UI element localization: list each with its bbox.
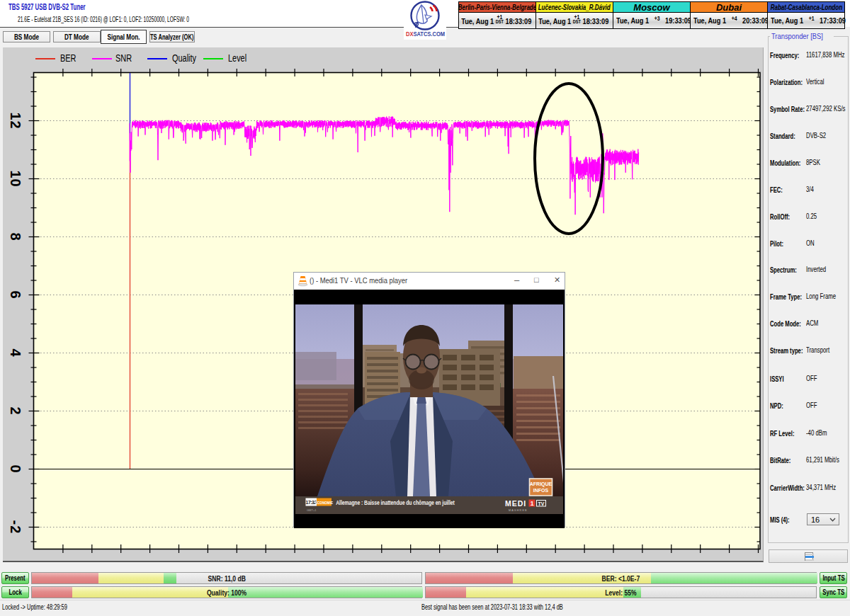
svg-text:Allemagne : Baisse inattendue: Allemagne : Baisse inattendue du chômage…	[336, 499, 455, 506]
svg-text:-2: -2	[8, 520, 23, 535]
svg-text:MEDI: MEDI	[505, 499, 526, 508]
svg-text:4: 4	[8, 348, 23, 357]
svg-text:10: 10	[8, 170, 23, 187]
svg-text:ÉCONOMIE: ÉCONOMIE	[315, 500, 333, 505]
svg-text:6: 6	[8, 290, 23, 299]
svg-text:8: 8	[8, 232, 23, 241]
svg-text:INFOS: INFOS	[533, 488, 549, 493]
svg-text:12: 12	[8, 112, 23, 129]
svg-text:MAGHREB: MAGHREB	[509, 509, 528, 512]
svg-text:GMT+1: GMT+1	[307, 508, 317, 512]
svg-text:2: 2	[8, 406, 23, 415]
svg-text:0: 0	[8, 464, 23, 473]
svg-text:AFRIQUE: AFRIQUE	[530, 481, 552, 487]
svg-text:TV: TV	[538, 501, 545, 506]
svg-text:DXSATCS.COM: DXSATCS.COM	[406, 30, 445, 38]
svg-text:1: 1	[531, 500, 534, 507]
